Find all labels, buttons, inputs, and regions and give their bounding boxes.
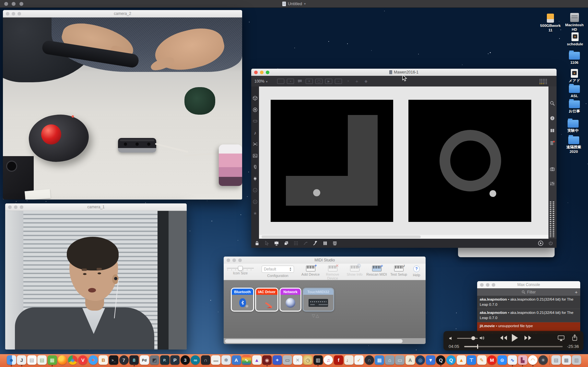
- note-icon[interactable]: ♪: [253, 130, 258, 135]
- dock-item-scanner-app[interactable]: ▭: [283, 355, 292, 366]
- desktop-icon[interactable]: ASL: [560, 85, 588, 98]
- dock-item-chrome[interactable]: ◉: [68, 355, 77, 366]
- stepseq-icon[interactable]: [253, 142, 258, 147]
- dock-item-display-share-app[interactable]: ▭: [395, 355, 405, 366]
- midi-device-network[interactable]: Network: [279, 288, 301, 312]
- mixer-icon[interactable]: [550, 181, 555, 186]
- desktop-icon[interactable]: メアド: [560, 69, 588, 83]
- button-box-icon[interactable]: ◯: [315, 79, 323, 84]
- rewind-button[interactable]: [499, 335, 508, 341]
- fullscreen-window-titlebar[interactable]: Untitled ▾: [0, 0, 588, 8]
- jit-pwindow-square-slider[interactable]: [271, 100, 393, 222]
- dock-item-trash[interactable]: ▥: [572, 355, 582, 366]
- zoom-button[interactable]: [492, 283, 495, 287]
- airplay-icon[interactable]: [558, 335, 565, 341]
- volume-max-icon[interactable]: [479, 335, 486, 341]
- dock-item-processing-2[interactable]: P: [170, 355, 180, 366]
- desktop-icon[interactable]: 遠隔授業 2020: [559, 136, 588, 154]
- dock-item-white-wedge-device[interactable]: ▬: [211, 355, 221, 366]
- midi-device-bluetooth[interactable]: Bluetooth✱: [231, 288, 254, 312]
- dock-item-figure-app[interactable]: ✻: [221, 355, 231, 366]
- dock-item-processing[interactable]: P.: [160, 355, 170, 366]
- search-icon[interactable]: [550, 101, 555, 106]
- test-setup-button[interactable]: ♪Test Setup: [388, 266, 409, 280]
- patcher-canvas[interactable]: [259, 86, 548, 239]
- minimize-button[interactable]: [12, 12, 15, 16]
- close-button[interactable]: [8, 205, 12, 209]
- image-icon[interactable]: [253, 153, 258, 158]
- desktop-icon[interactable]: schedule: [560, 32, 588, 47]
- dock-item-aperture-app[interactable]: ✳: [538, 355, 548, 366]
- zoom-button[interactable]: [238, 258, 242, 262]
- dial-knob-icon[interactable]: ◔: [345, 79, 351, 84]
- attrui-box-icon[interactable]: ▪: [287, 79, 294, 84]
- dock-item-vlc[interactable]: ▲: [456, 355, 466, 366]
- pointer-icon[interactable]: [264, 241, 269, 246]
- desktop-icon[interactable]: お仕事: [560, 100, 588, 114]
- jit-pwindow-circular-dial[interactable]: [408, 100, 531, 222]
- info-icon[interactable]: i: [550, 116, 555, 121]
- grid9-icon[interactable]: [293, 241, 299, 246]
- midi-studio-titlebar[interactable]: MIDI Studio: [224, 257, 426, 264]
- minimize-button[interactable]: [486, 283, 489, 287]
- rings-icon[interactable]: [253, 107, 258, 112]
- dock-item-free-store-app[interactable]: ▦: [375, 355, 384, 366]
- minimize-button[interactable]: [14, 205, 18, 209]
- dock-item-flash[interactable]: f: [334, 355, 344, 366]
- dock-item-green-media[interactable]: ▦: [47, 355, 57, 366]
- dock-item-video-downloader[interactable]: ▼: [426, 355, 435, 366]
- dock-item-documents[interactable]: ▤: [37, 355, 47, 366]
- dock-item-dj-headphones-app[interactable]: ∩: [364, 355, 374, 366]
- dock-item-wifi-scanner[interactable]: ◠: [528, 355, 538, 366]
- volume-mute-icon[interactable]: [449, 336, 454, 341]
- camera-icon[interactable]: [550, 166, 555, 172]
- dock-item-home-utility-app[interactable]: ⌂: [385, 355, 394, 366]
- seek-bar[interactable]: [464, 346, 563, 347]
- dock-item-cutter-app[interactable]: ✕: [293, 355, 302, 366]
- number-box-icon[interactable]: −: [335, 79, 342, 84]
- dock-item-xcode[interactable]: A: [231, 355, 241, 366]
- cords-icon[interactable]: [303, 241, 308, 246]
- lock-icon[interactable]: [254, 241, 260, 246]
- dock-item-firefox[interactable]: [58, 355, 67, 366]
- dock-item-terminal[interactable]: >_: [109, 355, 118, 366]
- help-button[interactable]: ?Help: [410, 266, 423, 280]
- dock-item-text-editor-j[interactable]: J: [17, 355, 27, 366]
- dock-item-vivaldi[interactable]: V: [78, 355, 88, 366]
- dock-item-piano-app[interactable]: ▥: [313, 355, 323, 366]
- camera1-titlebar[interactable]: camera_1: [5, 203, 187, 211]
- dock-item-arduino[interactable]: ∞: [191, 355, 200, 366]
- dock-item-max7[interactable]: 7: [119, 355, 129, 366]
- toggle-box-icon[interactable]: ✕: [306, 79, 313, 84]
- configuration-select[interactable]: Default ▲▼: [262, 266, 294, 273]
- dock-item-rainbow-analyzer[interactable]: ∿: [242, 355, 252, 366]
- cube-icon[interactable]: [253, 96, 258, 101]
- slider-dot[interactable]: [313, 189, 320, 196]
- list-red-icon[interactable]: [550, 140, 555, 145]
- dock-item-keynote[interactable]: ⊤: [467, 355, 476, 366]
- star-icon[interactable]: ★: [253, 211, 258, 216]
- object-grid-icon[interactable]: [539, 78, 547, 85]
- dock-item-red-headset-app[interactable]: ◉: [262, 355, 272, 366]
- max-console-titlebar[interactable]: Max Console: [477, 281, 580, 288]
- zoom-button[interactable]: [20, 205, 23, 209]
- camera2-titlebar[interactable]: camera_2: [3, 10, 242, 17]
- dock-item-zoom[interactable]: ⊙: [497, 355, 507, 366]
- zoom-button[interactable]: [18, 12, 21, 16]
- dock-item-intel-power-gadget[interactable]: ∿: [508, 355, 517, 366]
- comment-bubble-icon[interactable]: [297, 79, 303, 84]
- dock-item-itunes[interactable]: ♫: [323, 355, 333, 366]
- desktop-icon[interactable]: 実験中: [559, 120, 588, 133]
- roundrect-icon[interactable]: [253, 119, 258, 124]
- zoom-button[interactable]: [266, 71, 269, 74]
- plus-icon[interactable]: +: [354, 79, 360, 84]
- desktop-icon[interactable]: 1106: [560, 52, 588, 65]
- rescan-midi-button[interactable]: ⌕Rescan MIDI: [366, 266, 387, 280]
- dock-item-minimized-window-2[interactable]: ▦: [561, 355, 571, 366]
- dock-item-quicktime[interactable]: Q: [446, 355, 456, 366]
- layers-icon[interactable]: [284, 241, 289, 246]
- object-box-icon[interactable]: [277, 79, 284, 84]
- close-button[interactable]: [227, 258, 230, 262]
- icon-size-slider[interactable]: [227, 266, 254, 270]
- dock-item-quicktime7[interactable]: Q: [436, 355, 446, 366]
